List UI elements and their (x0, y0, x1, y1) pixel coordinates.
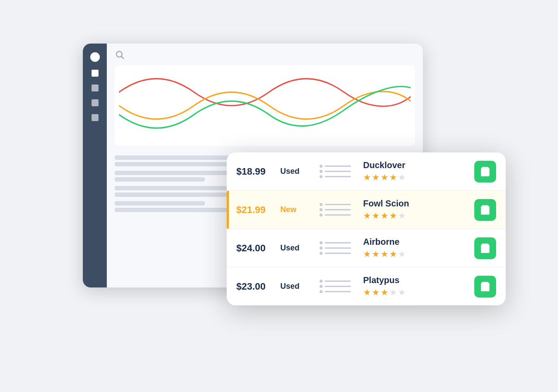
dot (320, 165, 323, 168)
bar-placeholder (115, 201, 205, 206)
star-rating: ★ ★ ★ ★ ★ (363, 249, 469, 259)
dot (320, 213, 323, 216)
dot (320, 290, 323, 293)
app-logo-icon (90, 52, 100, 62)
separator-dots (320, 165, 351, 178)
separator-dots (320, 280, 351, 293)
product-price: $18.99 (236, 166, 278, 177)
svg-point-0 (116, 51, 122, 57)
line (325, 253, 351, 254)
star-rating: ★ ★ ★ ★ ★ (363, 287, 469, 297)
product-condition: Used (280, 243, 311, 253)
star-4: ★ (389, 287, 397, 297)
dot (320, 203, 323, 206)
line (325, 166, 351, 167)
sidebar-item-settings[interactable] (92, 99, 99, 106)
star-1: ★ (363, 210, 371, 221)
dot (320, 252, 323, 255)
sidebar-item-home[interactable] (92, 70, 99, 77)
highlight-bar (227, 191, 229, 229)
product-condition: New (280, 205, 311, 214)
device-sidebar (83, 44, 107, 287)
star-1: ★ (363, 249, 371, 259)
star-2: ★ (372, 249, 380, 259)
product-card-ducklover: $18.99 Used Ducklover ★ ★ ★ ★ ★ (227, 152, 506, 191)
star-2: ★ (372, 287, 380, 297)
star-2: ★ (372, 210, 380, 221)
line (325, 291, 351, 292)
product-condition: Used (280, 167, 311, 176)
line (325, 247, 351, 249)
star-rating: ★ ★ ★ ★ ★ (363, 210, 469, 221)
cart-icon (480, 166, 491, 177)
add-to-cart-button[interactable] (474, 276, 496, 297)
separator-dots (320, 203, 351, 216)
star-4: ★ (389, 249, 397, 259)
product-price: $24.00 (236, 243, 278, 254)
scene: $18.99 Used Ducklover ★ ★ ★ ★ ★ (83, 44, 475, 348)
product-name: Fowl Scion (363, 199, 469, 209)
dot (320, 247, 323, 250)
separator-dots (320, 241, 351, 255)
product-name: Platypus (363, 275, 469, 285)
wave-chart-container (115, 65, 415, 146)
dot (320, 170, 323, 173)
line (325, 171, 351, 172)
add-to-cart-button[interactable] (474, 237, 496, 259)
star-3: ★ (381, 249, 388, 259)
search-icon[interactable] (115, 50, 125, 60)
cart-icon (480, 281, 491, 292)
dot (320, 208, 323, 211)
star-3: ★ (381, 172, 388, 182)
dot (320, 175, 323, 178)
product-name: Ducklover (363, 160, 469, 170)
line (325, 280, 351, 282)
dot (320, 280, 323, 283)
bar-placeholder (115, 177, 205, 182)
star-1: ★ (363, 287, 371, 297)
products-panel: $18.99 Used Ducklover ★ ★ ★ ★ ★ (227, 152, 506, 305)
star-2: ★ (372, 172, 380, 182)
product-price: $23.00 (236, 281, 278, 292)
product-info: Fowl Scion ★ ★ ★ ★ ★ (363, 199, 469, 221)
star-1: ★ (363, 172, 371, 182)
add-to-cart-button[interactable] (474, 199, 496, 221)
line (325, 242, 351, 243)
product-card-fowlscion: $21.99 New Fowl Scion ★ ★ ★ ★ ★ (227, 191, 506, 229)
product-condition: Used (280, 282, 311, 291)
svg-line-1 (122, 57, 124, 59)
star-rating: ★ ★ ★ ★ ★ (363, 172, 469, 182)
product-info: Platypus ★ ★ ★ ★ ★ (363, 275, 469, 297)
product-info: Ducklover ★ ★ ★ ★ ★ (363, 160, 469, 182)
cart-icon (480, 204, 491, 216)
line (325, 214, 351, 216)
sidebar-item-analytics[interactable] (92, 84, 99, 91)
star-3: ★ (381, 287, 388, 297)
line (325, 209, 351, 210)
star-5: ★ (398, 210, 406, 221)
wave-chart-svg (119, 70, 411, 142)
cart-icon (480, 243, 491, 254)
product-info: Airborne ★ ★ ★ ★ ★ (363, 237, 469, 259)
product-card-platypus: $23.00 Used Platypus ★ ★ ★ ★ ★ (227, 267, 506, 305)
dot (320, 285, 323, 288)
star-5: ★ (398, 287, 406, 297)
star-4: ★ (389, 172, 397, 182)
topbar (115, 50, 415, 60)
product-price: $21.99 (236, 204, 278, 216)
star-3: ★ (381, 210, 388, 221)
line (325, 286, 351, 287)
product-card-airborne: $24.00 Used Airborne ★ ★ ★ ★ ★ (227, 229, 506, 267)
product-name: Airborne (363, 237, 469, 247)
sidebar-item-profile[interactable] (92, 114, 99, 121)
star-5: ★ (398, 249, 406, 259)
star-4: ★ (389, 210, 397, 221)
add-to-cart-button[interactable] (474, 161, 496, 182)
line (325, 204, 351, 205)
star-5: ★ (398, 172, 406, 182)
line (325, 176, 351, 177)
dot (320, 241, 323, 244)
